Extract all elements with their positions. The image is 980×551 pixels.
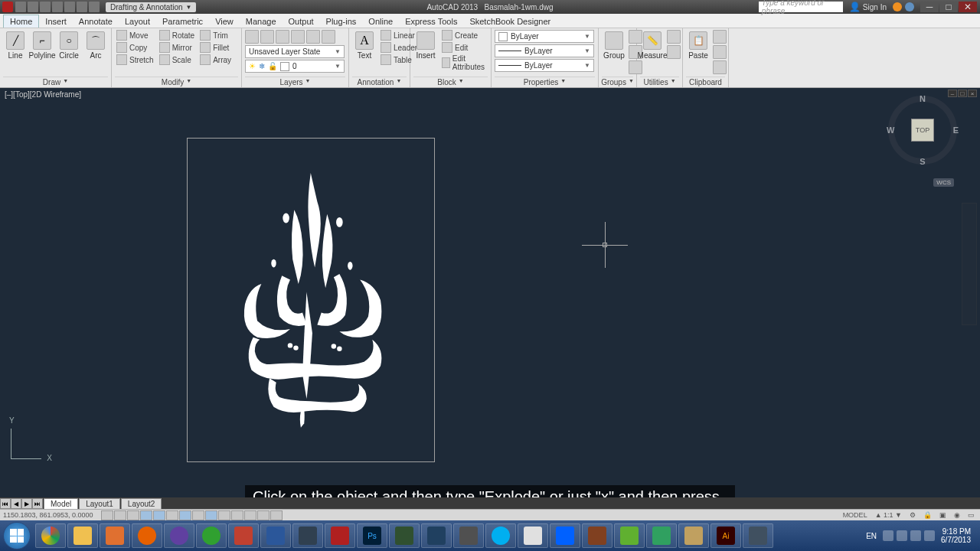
sc-toggle[interactable]: [257, 510, 270, 520]
clean-screen-icon[interactable]: ▭: [965, 511, 977, 519]
drawing-area[interactable]: [–][Top][2D Wireframe] – □ ×: [0, 88, 980, 520]
am-toggle[interactable]: [270, 510, 283, 520]
create-button[interactable]: Create: [440, 30, 488, 41]
taskbar-app9[interactable]: [646, 523, 677, 548]
tab-annotate[interactable]: Annotate: [73, 15, 119, 28]
qat-save-icon[interactable]: [40, 2, 51, 12]
measure-button[interactable]: 📏Measure: [640, 30, 665, 61]
scale-button[interactable]: Scale: [158, 54, 196, 65]
layer-iso-icon[interactable]: [306, 30, 320, 44]
taskbar-app5[interactable]: [421, 523, 452, 548]
tab-last-icon[interactable]: ⏭: [32, 498, 43, 509]
tab-home[interactable]: Home: [3, 15, 39, 28]
tab-model[interactable]: Model: [44, 498, 78, 510]
layer-combo[interactable]: ☀❄🔓0▼: [245, 60, 345, 73]
taskbar-app7[interactable]: [582, 523, 612, 548]
editattr-button[interactable]: Edit Attributes: [440, 54, 488, 71]
polar-toggle[interactable]: [140, 510, 152, 520]
navigation-bar[interactable]: [962, 203, 977, 325]
viewcube-east[interactable]: E: [953, 126, 959, 135]
app-icon[interactable]: [2, 2, 13, 12]
tray-volume-icon[interactable]: [910, 530, 921, 541]
taskbar-app6[interactable]: [518, 523, 548, 548]
copy-button[interactable]: Copy: [115, 42, 155, 53]
group-button[interactable]: Group: [602, 30, 626, 61]
tab-sketchbook[interactable]: SketchBook Designer: [463, 15, 557, 28]
tab-first-icon[interactable]: ⏮: [0, 498, 11, 509]
copy2-icon[interactable]: [713, 45, 727, 59]
paste-button[interactable]: 📋Paste: [686, 30, 710, 61]
drawing-object[interactable]: [187, 138, 435, 462]
snap-toggle[interactable]: [101, 510, 113, 520]
taskbar-explorer[interactable]: [67, 523, 98, 548]
tab-plugins[interactable]: Plug-ins: [320, 15, 363, 28]
qat-saveas-icon[interactable]: [52, 2, 63, 12]
taskbar-app11[interactable]: [743, 523, 773, 548]
otrack-toggle[interactable]: [179, 510, 191, 520]
qat-undo-icon[interactable]: [77, 2, 87, 12]
taskbar-camtasia[interactable]: [453, 523, 484, 548]
viewcube-west[interactable]: W: [887, 126, 894, 135]
cut-icon[interactable]: [713, 30, 727, 44]
workspace-gear-icon[interactable]: ⚙: [907, 511, 918, 519]
ducs-toggle[interactable]: [192, 510, 204, 520]
tray-network-icon[interactable]: [897, 530, 907, 541]
taskbar-app8[interactable]: [614, 523, 645, 548]
select-icon[interactable]: [667, 30, 681, 44]
model-space[interactable]: MODEL: [841, 511, 870, 519]
trim-button[interactable]: Trim: [198, 30, 233, 41]
taskbar-skype[interactable]: [485, 523, 516, 548]
grid-toggle[interactable]: [114, 510, 126, 520]
viewcube-face[interactable]: TOP: [911, 119, 934, 142]
taskbar-utorrent[interactable]: [196, 523, 227, 548]
vp-max-icon[interactable]: □: [958, 90, 967, 97]
taskbar-app1[interactable]: [164, 523, 194, 548]
tab-parametric[interactable]: Parametric: [156, 15, 209, 28]
tab-prev-icon[interactable]: ◀: [11, 498, 21, 509]
qat-plot-icon[interactable]: [64, 2, 75, 12]
coordinates[interactable]: 1150.1803, 861.0953, 0.0000: [3, 511, 93, 519]
tab-layout2[interactable]: Layout2: [121, 498, 162, 510]
tpy-toggle[interactable]: [231, 510, 243, 520]
qp-toggle[interactable]: [244, 510, 256, 520]
tab-insert[interactable]: Insert: [39, 15, 73, 28]
tab-layout[interactable]: Layout: [119, 15, 156, 28]
anno-scale[interactable]: ▲ 1:1 ▼: [873, 511, 904, 519]
taskbar-app2[interactable]: [228, 523, 259, 548]
isolate-icon[interactable]: ◉: [952, 511, 962, 519]
taskbar-chrome[interactable]: [35, 523, 66, 548]
ortho-toggle[interactable]: [127, 510, 139, 520]
taskbar-media[interactable]: [100, 523, 130, 548]
qat-new-icon[interactable]: [15, 2, 26, 12]
layer-off-icon[interactable]: [322, 30, 335, 44]
clock[interactable]: 9:18 PM 6/7/2013: [941, 527, 971, 544]
tab-express[interactable]: Express Tools: [399, 15, 463, 28]
taskbar-illustrator[interactable]: Ai: [710, 523, 741, 548]
minimize-button[interactable]: ─: [920, 2, 939, 12]
layer-on-icon[interactable]: [260, 30, 274, 44]
polyline-button[interactable]: ⌐Polyline: [30, 30, 54, 61]
lwt-toggle[interactable]: [218, 510, 230, 520]
tab-next-icon[interactable]: ▶: [21, 498, 32, 509]
maximize-button[interactable]: □: [939, 2, 958, 12]
taskbar-firefox[interactable]: [132, 523, 162, 548]
layer-state-combo[interactable]: Unsaved Layer State▼: [245, 45, 345, 58]
close-button[interactable]: ✕: [959, 2, 977, 12]
match-icon[interactable]: [713, 60, 727, 74]
taskbar-word[interactable]: [260, 523, 291, 548]
taskbar-dropbox[interactable]: [550, 523, 580, 548]
layer-freeze-icon[interactable]: [276, 30, 289, 44]
insert-button[interactable]: Insert: [413, 30, 438, 61]
taskbar-app3[interactable]: [292, 523, 323, 548]
linetype-combo[interactable]: ByLayer▼: [495, 59, 594, 72]
circle-button[interactable]: ○Circle: [57, 30, 81, 61]
tab-manage[interactable]: Manage: [240, 15, 283, 28]
vp-close-icon[interactable]: ×: [968, 90, 977, 97]
fillet-button[interactable]: Fillet: [198, 42, 233, 53]
tab-output[interactable]: Output: [283, 15, 320, 28]
arc-button[interactable]: ⌒Arc: [83, 30, 108, 61]
color-combo[interactable]: ByLayer▼: [495, 30, 594, 43]
viewport-label[interactable]: [–][Top][2D Wireframe]: [5, 90, 81, 99]
taskbar-app10[interactable]: [678, 523, 709, 548]
taskbar-app4[interactable]: [389, 523, 420, 548]
